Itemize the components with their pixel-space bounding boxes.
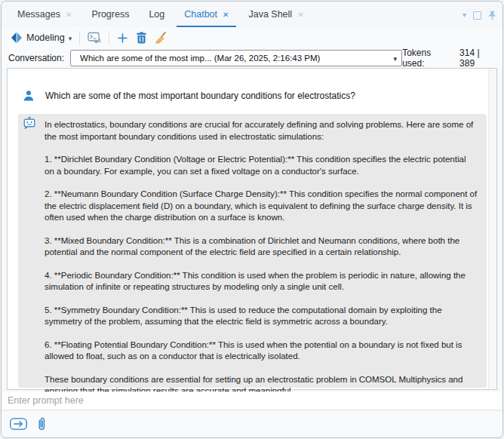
tab-label: Progress <box>91 9 129 20</box>
bot-response-bubble: In electrostatics, boundary conditions a… <box>18 114 487 388</box>
send-icon <box>10 418 27 430</box>
bot-paragraph: 3. **Mixed Boundary Condition:** This is… <box>45 235 478 259</box>
terminal-icon <box>88 32 101 44</box>
vertical-scrollbar[interactable] <box>488 69 496 389</box>
clear-conversation-button[interactable] <box>151 30 171 45</box>
toolbar-separator <box>79 31 80 45</box>
tokens-label: Tokens used: <box>402 48 453 69</box>
bot-paragraph: 6. **Floating Potential Boundary Conditi… <box>45 339 478 363</box>
bot-paragraph: 4. **Periodic Boundary Condition:** This… <box>45 270 478 293</box>
modeling-icon <box>11 32 23 44</box>
close-icon[interactable]: ✕ <box>66 11 72 19</box>
prompt-actions <box>2 412 502 435</box>
chatbot-window: Messages ✕ Progress Log Chatbot ✕ Java S… <box>1 1 503 438</box>
prompt-input[interactable] <box>2 391 502 410</box>
tokens-value: 314 | 389 <box>459 48 496 69</box>
user-icon <box>23 90 35 102</box>
modeling-label: Modeling <box>26 32 65 43</box>
bot-icon <box>23 116 36 133</box>
window-controls: ▾ <box>463 2 496 27</box>
user-message-text: Which are some of the most important bou… <box>45 91 355 101</box>
toolbar-separator <box>109 31 109 45</box>
chatbot-toolbar: Modeling ▾ <box>2 27 502 48</box>
tab-label: Chatbot <box>184 9 217 20</box>
plus-icon <box>117 32 128 44</box>
bot-paragraph: 1. **Dirichlet Boundary Condition (Volta… <box>45 154 478 177</box>
conversation-select[interactable]: Which are some of the most imp... (Mar 2… <box>70 50 402 66</box>
bot-paragraph: 5. **Symmetry Boundary Condition:** This… <box>45 305 478 328</box>
bot-response-text: In electrostatics, boundary conditions a… <box>45 119 478 398</box>
chevron-down-icon[interactable]: ▾ <box>463 11 466 19</box>
tab-bar: Messages ✕ Progress Log Chatbot ✕ Java S… <box>2 2 502 27</box>
tab-progress[interactable]: Progress <box>81 2 139 27</box>
close-icon[interactable]: ✕ <box>223 11 229 19</box>
tab-label: Log <box>149 9 164 20</box>
tab-java-shell[interactable]: Java Shell ✕ <box>238 2 313 27</box>
bot-paragraph: In electrostatics, boundary conditions a… <box>45 119 478 143</box>
modeling-dropdown-button[interactable]: Modeling ▾ <box>7 30 75 45</box>
bot-paragraph: 2. **Neumann Boundary Condition (Surface… <box>45 189 478 224</box>
chevron-down-icon: ▾ <box>69 34 72 42</box>
chat-history-panel: Which are some of the most important bou… <box>7 68 497 390</box>
send-prompt-button[interactable] <box>8 416 29 431</box>
tab-label: Messages <box>17 9 60 20</box>
tab-label: Java Shell <box>248 9 292 20</box>
delete-conversation-button[interactable] <box>132 30 151 45</box>
chevron-down-icon: ▾ <box>394 54 398 63</box>
trash-icon <box>136 32 147 44</box>
tab-messages[interactable]: Messages ✕ <box>8 2 81 27</box>
attach-file-button[interactable] <box>35 415 48 432</box>
new-conversation-button[interactable] <box>113 31 132 45</box>
user-message: Which are some of the most important bou… <box>23 90 471 102</box>
maximize-icon[interactable] <box>473 11 481 20</box>
send-to-shell-button[interactable] <box>84 30 105 45</box>
conversation-label: Conversation: <box>8 53 64 63</box>
broom-icon <box>155 32 167 44</box>
paperclip-icon <box>37 416 47 431</box>
conversation-bar: Conversation: Which are some of the most… <box>2 48 502 68</box>
tab-log[interactable]: Log <box>139 2 174 27</box>
tab-chatbot[interactable]: Chatbot ✕ <box>174 2 238 27</box>
pin-icon[interactable] <box>488 11 496 20</box>
conversation-selected-value: Which are some of the most imp... (Mar 2… <box>80 54 394 63</box>
tokens-used: Tokens used: 314 | 389 <box>402 48 496 69</box>
close-icon[interactable]: ✕ <box>297 11 303 19</box>
